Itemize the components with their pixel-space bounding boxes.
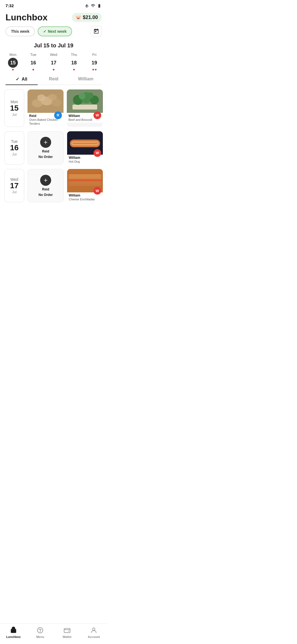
dot-red: [92, 69, 94, 70]
order-card-william-17[interactable]: W William Cheese Enchiladas: [67, 169, 103, 202]
tab-reid[interactable]: Reid: [38, 74, 70, 84]
calendar-row: Mon15Tue16Wed17Thu18Fri19: [0, 53, 107, 74]
order-food: Cheese Enchiladas: [69, 197, 101, 201]
status-icons: [85, 4, 102, 8]
calendar-day-15[interactable]: Mon15: [8, 53, 18, 70]
svg-rect-22: [70, 174, 100, 178]
no-order-label: No Order: [38, 155, 53, 159]
avatar-reid: R: [54, 111, 62, 119]
svg-rect-23: [70, 181, 100, 185]
order-food: Hot Dog: [69, 160, 101, 163]
orders-list: Mon 15 Jul R Reid Oven-Baked Chicken Ten…: [0, 89, 107, 202]
app-title: Lunchbox: [6, 12, 48, 23]
calendar-icon: [93, 28, 99, 34]
food-image-william: [67, 89, 103, 113]
week-selector: This week ✓ Next week: [0, 26, 107, 41]
dot-blue: [95, 69, 97, 70]
filter-tabs: ✓ AllReidWilliam: [6, 74, 102, 85]
tab-check-icon: ✓: [16, 77, 20, 81]
order-row-17: Wed 17 Jul +ReidNo OrderW William Cheese…: [4, 169, 103, 202]
order-card-william-16[interactable]: W William Hot Dog: [67, 131, 103, 165]
calendar-day-19[interactable]: Fri19: [89, 53, 99, 70]
no-order-card-reid-16[interactable]: +ReidNo Order: [28, 131, 64, 165]
no-order-label: No Order: [38, 193, 53, 197]
airplane-icon: [85, 4, 89, 8]
no-order-card-reid-17[interactable]: +ReidNo Order: [28, 169, 64, 202]
add-order-icon: +: [40, 175, 51, 186]
dot-red: [32, 69, 34, 70]
status-time: 7:32: [6, 3, 14, 8]
order-row-15: Mon 15 Jul R Reid Oven-Baked Chicken Ten…: [4, 89, 103, 127]
svg-point-4: [37, 94, 46, 101]
food-image-reid: [28, 89, 64, 113]
svg-point-5: [48, 94, 57, 100]
wallet-icon: 🐷: [76, 15, 81, 20]
check-icon: ✓: [43, 29, 46, 34]
order-card-william-15[interactable]: W William Beef and Broccoli: [67, 89, 103, 127]
avatar-william: W: [94, 187, 101, 195]
battery-icon: [97, 4, 102, 8]
add-order-icon: +: [40, 137, 51, 148]
svg-rect-7: [73, 105, 97, 110]
order-row-16: Tue 16 Jul +ReidNo OrderW William Hot Do…: [4, 131, 103, 165]
dot-red: [53, 69, 54, 70]
order-card-reid-15[interactable]: R Reid Oven-Baked Chicken Tenders: [28, 89, 64, 127]
tab-william[interactable]: William: [70, 74, 102, 84]
no-order-person: Reid: [42, 149, 49, 153]
wifi-icon: [91, 4, 95, 8]
next-week-button[interactable]: ✓ Next week: [38, 26, 72, 36]
app-header: Lunchbox 🐷 $21.00: [0, 10, 107, 26]
svg-point-12: [87, 92, 94, 99]
status-bar: 7:32: [0, 0, 107, 10]
dot-red: [73, 69, 75, 70]
no-order-person: Reid: [42, 187, 49, 191]
date-card-15: Mon 15 Jul: [4, 89, 24, 127]
wallet-badge[interactable]: 🐷 $21.00: [72, 13, 102, 22]
calendar-button[interactable]: [91, 26, 102, 37]
date-card-17: Wed 17 Jul: [4, 169, 24, 202]
tab-all[interactable]: ✓ All: [6, 74, 38, 84]
wallet-amount: $21.00: [83, 15, 98, 20]
avatar-william: W: [94, 111, 101, 119]
date-range: Jul 15 to Jul 19: [0, 41, 107, 53]
calendar-day-17[interactable]: Wed17: [49, 53, 59, 70]
svg-point-11: [79, 93, 86, 99]
calendar-day-18[interactable]: Thu18: [69, 53, 79, 70]
dot-red: [12, 69, 14, 70]
date-card-16: Tue 16 Jul: [4, 131, 24, 165]
this-week-button[interactable]: This week: [6, 26, 35, 36]
calendar-day-16[interactable]: Tue16: [28, 53, 38, 70]
avatar-william: W: [94, 149, 101, 157]
